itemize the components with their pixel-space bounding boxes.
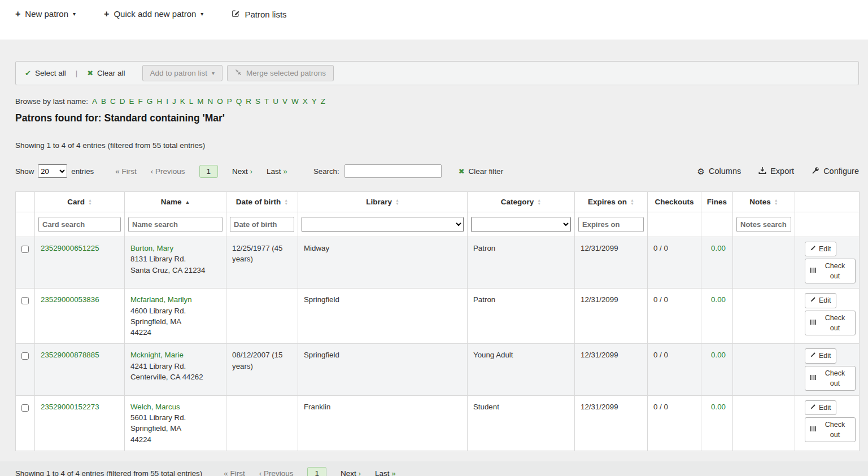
quick-add-new-patron-button[interactable]: + Quick add new patron ▾ [104, 9, 203, 19]
browse-letter[interactable]: K [180, 97, 185, 106]
patron-name-link[interactable]: Mcfarland, Marilyn [130, 294, 220, 305]
select-all-button[interactable]: ✔ Select all [25, 69, 66, 77]
fines-cell: 0.00 [701, 395, 733, 451]
name-filter-input[interactable] [128, 217, 223, 232]
pagination-previous[interactable]: ‹ Previous [259, 469, 294, 476]
checkout-button[interactable]: Check out [805, 366, 856, 391]
dob-filter-input[interactable] [230, 217, 294, 232]
browse-letter[interactable]: W [291, 97, 299, 106]
pencil-icon [810, 403, 816, 413]
pagination-next[interactable]: Next › [341, 469, 361, 476]
browse-letter[interactable]: H [156, 97, 162, 106]
cardnumber-link[interactable]: 23529000651225 [41, 244, 99, 252]
checkouts-cell: 0 / 0 [648, 344, 701, 395]
browse-label: Browse by last name: [15, 97, 88, 106]
column-header-name[interactable]: Name▲ [125, 192, 226, 212]
checkout-button[interactable]: Check out [805, 311, 856, 335]
double-chevron-right-icon: » [283, 167, 287, 176]
browse-letter[interactable]: B [101, 97, 106, 106]
column-header-card[interactable]: Card▲▼ [35, 192, 125, 212]
browse-letter[interactable]: S [255, 97, 260, 106]
gear-icon: ⚙ [697, 167, 705, 176]
card-filter-input[interactable] [38, 217, 121, 232]
table-search-input[interactable] [344, 164, 442, 178]
browse-letter[interactable]: F [138, 97, 143, 106]
browse-letter[interactable]: A [92, 97, 97, 106]
browse-letter[interactable]: C [110, 97, 116, 106]
patron-lists-button[interactable]: Patron lists [232, 9, 286, 19]
patron-name-link[interactable]: Burton, Mary [130, 243, 220, 254]
row-checkbox[interactable] [21, 297, 29, 304]
browse-letter[interactable]: T [264, 97, 269, 106]
pagination-last[interactable]: Last » [267, 167, 287, 176]
clear-all-button[interactable]: ✖ Clear all [87, 69, 125, 77]
cardnumber-link[interactable]: 23529000152273 [41, 403, 99, 411]
browse-letter[interactable]: D [120, 97, 125, 106]
browse-letter[interactable]: O [217, 97, 223, 106]
checkbox-column-header [16, 192, 35, 212]
expires-filter-input[interactable] [578, 217, 644, 232]
notes-filter-input[interactable] [736, 217, 791, 232]
browse-letter[interactable]: U [273, 97, 278, 106]
browse-letter[interactable]: V [282, 97, 287, 106]
pagination-previous[interactable]: ‹ Previous [151, 167, 185, 176]
barcode-icon [810, 318, 817, 328]
edit-button[interactable]: Edit [805, 242, 836, 256]
pagination-first[interactable]: « First [224, 469, 245, 476]
browse-letter[interactable]: E [129, 97, 134, 106]
patron-row: 23529000152273 Welch, Marcus 5601 Librar… [16, 395, 860, 451]
browse-letter[interactable]: Y [312, 97, 317, 106]
browse-letter[interactable]: M [197, 97, 203, 106]
pagination-first[interactable]: « First [115, 167, 137, 176]
pagination-top: « First ‹ Previous 1 Next › Last » [115, 165, 287, 178]
row-checkbox[interactable] [21, 404, 29, 412]
page-length-select[interactable]: 20 [38, 164, 67, 178]
merge-selected-label: Merge selected patrons [246, 69, 326, 77]
filter-empty [795, 212, 860, 237]
export-button[interactable]: Export [758, 167, 794, 176]
edit-button[interactable]: Edit [805, 400, 836, 415]
browse-letter[interactable]: R [246, 97, 251, 106]
notes-cell [733, 289, 795, 344]
pagination-next[interactable]: Next › [232, 167, 252, 176]
edit-button[interactable]: Edit [805, 348, 836, 363]
add-to-patron-list-button[interactable]: Add to patron list ▾ [142, 65, 223, 81]
checkout-button[interactable]: Check out [805, 259, 856, 283]
row-checkbox[interactable] [21, 352, 29, 360]
browse-letter[interactable]: G [147, 97, 153, 106]
browse-letter[interactable]: L [189, 97, 194, 106]
pagination-current-page[interactable]: 1 [307, 467, 326, 476]
clear-filter-button[interactable]: ✖ Clear filter [459, 167, 503, 176]
browse-letter[interactable]: Z [321, 97, 325, 106]
column-header-actions [795, 192, 860, 212]
column-header-notes[interactable]: Notes▲▼ [733, 192, 795, 212]
category-filter-select[interactable] [471, 217, 571, 232]
browse-letter[interactable]: Q [236, 97, 242, 106]
column-header-library[interactable]: Library▲▼ [298, 192, 468, 212]
checkout-button[interactable]: Check out [805, 417, 856, 442]
pagination-last[interactable]: Last » [375, 469, 396, 476]
configure-button[interactable]: Configure [812, 167, 859, 176]
select-all-label: Select all [35, 69, 66, 77]
merge-selected-patrons-button[interactable]: Merge selected patrons [227, 65, 334, 81]
pagination-current-page[interactable]: 1 [199, 165, 219, 178]
patron-name-link[interactable]: Mcknight, Marie [130, 350, 220, 360]
browse-letter[interactable]: I [166, 97, 168, 106]
cardnumber-link[interactable]: 23529000053836 [41, 295, 99, 304]
column-header-expires[interactable]: Expires on▲▼ [575, 192, 648, 212]
library-filter-select[interactable] [302, 217, 464, 232]
browse-letter[interactable]: J [172, 97, 176, 106]
column-header-dob[interactable]: Date of birth▲▼ [226, 192, 298, 212]
cardnumber-link[interactable]: 23529000878885 [41, 351, 99, 359]
browse-letter[interactable]: N [207, 97, 213, 106]
entries-label: entries [71, 167, 94, 176]
browse-letter[interactable]: X [303, 97, 308, 106]
patron-name-link[interactable]: Welch, Marcus [130, 401, 220, 412]
edit-button[interactable]: Edit [805, 293, 836, 308]
browse-letter[interactable]: P [227, 97, 232, 106]
column-header-category[interactable]: Category▲▼ [468, 192, 575, 212]
new-patron-button[interactable]: + New patron ▾ [15, 9, 76, 19]
columns-button[interactable]: ⚙ Columns [697, 167, 741, 176]
expires-cell: 12/31/2099 [575, 344, 648, 395]
row-checkbox[interactable] [21, 246, 29, 253]
